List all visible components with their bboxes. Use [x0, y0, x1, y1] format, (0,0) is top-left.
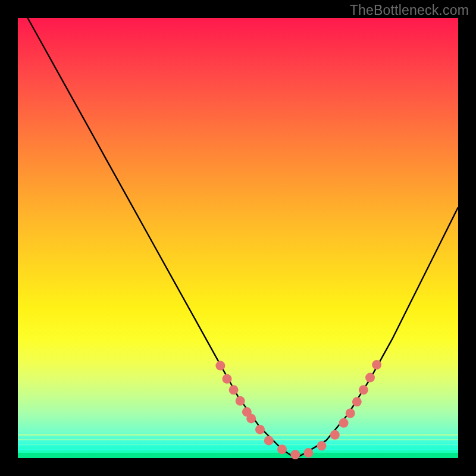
scatter-point [215, 361, 225, 371]
scatter-point [303, 448, 313, 458]
scatter-point [352, 397, 362, 406]
curve-layer [18, 18, 458, 458]
scatter-point [359, 385, 368, 394]
scatter-points [215, 360, 381, 459]
watermark-text: TheBottleneck.com [350, 2, 469, 18]
scatter-point [330, 430, 340, 440]
scatter-point [246, 414, 256, 423]
scatter-point [229, 385, 239, 394]
scatter-point [339, 418, 349, 428]
scatter-point [290, 450, 300, 459]
chart-stage: TheBottleneck.com [0, 0, 476, 476]
scatter-point [264, 436, 274, 445]
scatter-point [236, 396, 245, 406]
scatter-point [365, 373, 375, 383]
scatter-point [317, 441, 327, 450]
scatter-point [223, 374, 232, 384]
scatter-point [372, 360, 381, 369]
scatter-point [255, 425, 265, 434]
plot-area [18, 18, 458, 458]
scatter-point [277, 444, 287, 454]
scatter-point [346, 409, 355, 418]
